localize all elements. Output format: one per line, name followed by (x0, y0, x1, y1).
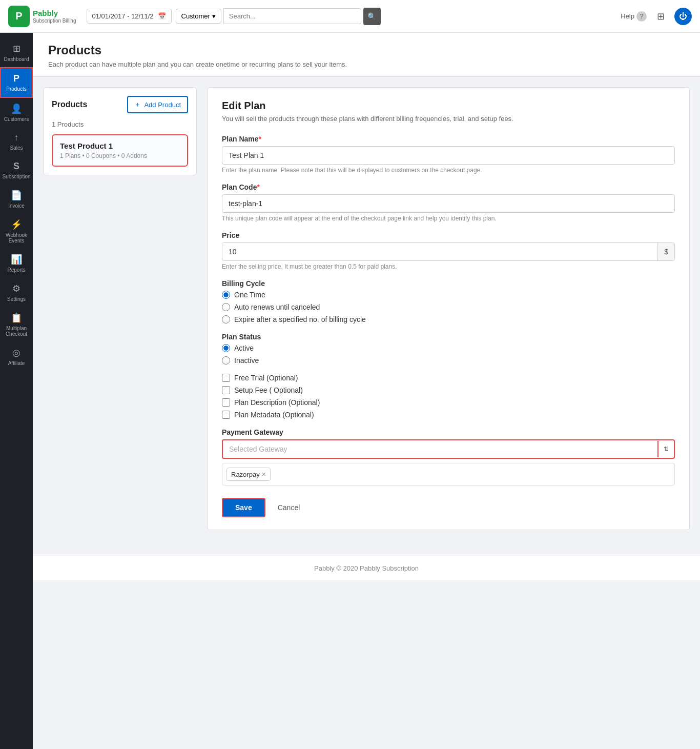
plan-code-label: Plan Code* (222, 183, 675, 191)
plan-meta-checkbox[interactable]: Plan Metadata (Optional) (222, 411, 675, 419)
product-meta: 1 Plans • 0 Coupons • 0 Addons (60, 152, 180, 159)
sidebar-item-products[interactable]: P Products (0, 67, 33, 98)
plan-name-label: Plan Name* (222, 135, 675, 143)
status-active[interactable]: Active (222, 344, 675, 352)
plan-code-hint: This unique plan code will appear at the… (222, 215, 675, 222)
sidebar-item-settings[interactable]: ⚙ Settings (0, 278, 33, 307)
price-row: $ (222, 242, 675, 261)
sidebar-item-invoice[interactable]: 📄 Invoice (0, 185, 33, 214)
calendar-icon[interactable]: 📅 (158, 12, 166, 20)
invoice-icon: 📄 (11, 190, 22, 201)
products-count: 1 Products (52, 120, 188, 128)
layout: ⊞ Dashboard P Products 👤 Customers ↑ Sal… (0, 33, 700, 580)
status-active-radio[interactable] (222, 344, 230, 352)
footer: Pabbly © 2020 Pabbly Subscription (33, 556, 700, 580)
content-area: Products ＋ Add Product 1 Products Test P… (33, 77, 700, 540)
sidebar-label-customers: Customers (4, 116, 29, 122)
search-input[interactable] (223, 8, 361, 24)
plan-code-input[interactable] (222, 194, 675, 213)
status-inactive[interactable]: Inactive (222, 356, 675, 365)
sidebar: ⊞ Dashboard P Products 👤 Customers ↑ Sal… (0, 33, 33, 749)
products-panel-title: Products (52, 100, 87, 109)
edit-plan-panel: Edit Plan You will sell the products thr… (207, 87, 690, 530)
billing-autorenew-radio[interactable] (222, 303, 230, 311)
save-button[interactable]: Save (222, 498, 265, 517)
sidebar-label-webhook: Webhook Events (2, 232, 31, 244)
plan-desc-checkbox[interactable]: Plan Description (Optional) (222, 398, 675, 407)
optional-checkboxes: Free Trial (Optional) Setup Fee ( Option… (222, 374, 675, 419)
setup-fee-input[interactable] (222, 386, 230, 394)
products-panel: Products ＋ Add Product 1 Products Test P… (43, 87, 197, 175)
gateway-select-arrow-button[interactable]: ⇅ (657, 441, 674, 457)
sidebar-item-sales[interactable]: ↑ Sales (0, 127, 33, 156)
logo-icon: P (8, 6, 30, 27)
sidebar-item-multiplan[interactable]: 📋 Multiplan Checkout (0, 307, 33, 342)
selected-gateways-tags: Razorpay × (222, 463, 675, 485)
free-trial-checkbox[interactable]: Free Trial (Optional) (222, 374, 675, 382)
add-product-button[interactable]: ＋ Add Product (127, 96, 188, 113)
page-subtitle: Each product can have multiple plan and … (48, 60, 685, 68)
billing-cycle-group: Billing Cycle One Time Auto renews until… (222, 279, 675, 323)
main-content: Products Each product can have multiple … (33, 33, 700, 580)
billing-expire[interactable]: Expire after a specified no. of billing … (222, 315, 675, 323)
price-input[interactable] (222, 243, 657, 260)
sidebar-item-subscription[interactable]: S Subscription (0, 156, 33, 185)
sidebar-label-multiplan: Multiplan Checkout (2, 326, 31, 337)
sidebar-label-settings: Settings (7, 296, 26, 302)
power-icon[interactable]: ⏻ (674, 8, 692, 25)
price-hint: Enter the selling price. It must be grea… (222, 263, 675, 270)
plan-name-group: Plan Name* Enter the plan name. Please n… (222, 135, 675, 174)
billing-cycle-options: One Time Auto renews until canceled Expi… (222, 291, 675, 323)
sidebar-item-customers[interactable]: 👤 Customers (0, 98, 33, 127)
page-title: Products (48, 43, 685, 57)
free-trial-input[interactable] (222, 374, 230, 382)
billing-expire-radio[interactable] (222, 315, 230, 323)
product-card[interactable]: Test Product 1 1 Plans • 0 Coupons • 0 A… (52, 134, 188, 167)
optional-checkboxes-group: Free Trial (Optional) Setup Fee ( Option… (222, 374, 675, 419)
sidebar-item-affiliate[interactable]: ◎ Affiliate (0, 342, 33, 371)
date-range[interactable]: 01/01/2017 - 12/11/2 📅 (87, 9, 172, 24)
billing-onetime[interactable]: One Time (222, 291, 675, 299)
sidebar-item-webhook[interactable]: ⚡ Webhook Events (0, 214, 33, 249)
search-button[interactable]: 🔍 (363, 8, 381, 25)
grid-icon[interactable]: ⊞ (653, 9, 668, 24)
sidebar-label-reports: Reports (7, 267, 25, 273)
plus-icon: ＋ (134, 100, 141, 109)
sidebar-item-reports[interactable]: 📊 Reports (0, 249, 33, 278)
search-area: Customer ▾ 🔍 (176, 8, 381, 25)
setup-fee-checkbox[interactable]: Setup Fee ( Optional) (222, 386, 675, 394)
reports-icon: 📊 (11, 254, 22, 265)
gateway-tag-remove[interactable]: × (262, 470, 266, 478)
edit-plan-subtitle: You will sell the products through these… (222, 115, 675, 123)
plan-name-hint: Enter the plan name. Please note that th… (222, 167, 675, 174)
price-group: Price $ Enter the selling price. It must… (222, 231, 675, 270)
cancel-button[interactable]: Cancel (272, 499, 306, 516)
plan-meta-input[interactable] (222, 411, 230, 419)
status-inactive-radio[interactable] (222, 356, 230, 365)
plan-status-label: Plan Status (222, 333, 675, 341)
customer-dropdown[interactable]: Customer ▾ (176, 9, 221, 24)
sidebar-item-dashboard[interactable]: ⊞ Dashboard (0, 38, 33, 67)
help-button[interactable]: Help ? (621, 11, 647, 22)
products-panel-header: Products ＋ Add Product (52, 96, 188, 113)
sidebar-label-sales: Sales (10, 145, 23, 151)
payment-gateway-group: Payment Gateway Selected Gateway ⇅ Razor… (222, 428, 675, 485)
billing-autorenew[interactable]: Auto renews until canceled (222, 303, 675, 311)
webhook-icon: ⚡ (11, 219, 22, 230)
plan-status-options: Active Inactive (222, 344, 675, 365)
payment-gateway-label: Payment Gateway (222, 428, 675, 436)
settings-icon: ⚙ (12, 283, 20, 294)
price-label: Price (222, 231, 675, 239)
gateway-tag-label: Razorpay (231, 471, 260, 478)
gateway-select-wrapper[interactable]: Selected Gateway ⇅ (222, 439, 675, 459)
product-name: Test Product 1 (60, 141, 180, 150)
billing-onetime-radio[interactable] (222, 291, 230, 299)
sidebar-label-products: Products (6, 86, 26, 92)
plan-name-input[interactable] (222, 146, 675, 165)
plan-code-group: Plan Code* This unique plan code will ap… (222, 183, 675, 222)
plan-desc-input[interactable] (222, 398, 230, 407)
sidebar-label-invoice: Invoice (8, 203, 25, 209)
sales-icon: ↑ (14, 132, 19, 143)
navbar: P Pabbly Subscription Billing 01/01/2017… (0, 0, 700, 33)
sidebar-label-dashboard: Dashboard (4, 56, 29, 62)
